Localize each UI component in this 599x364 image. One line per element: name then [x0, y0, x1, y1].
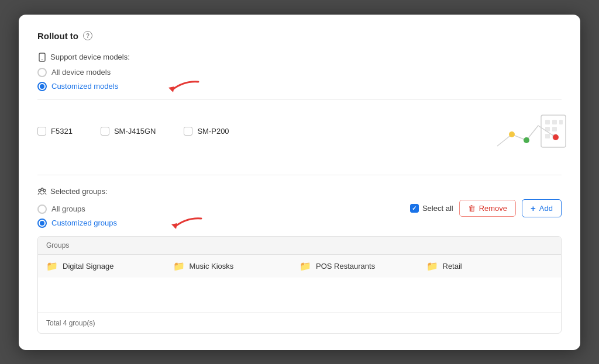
- groups-section-label: Selected groups:: [37, 187, 117, 196]
- group-item-music-kiosks[interactable]: 📁 Music Kiosks: [173, 261, 300, 272]
- svg-rect-6: [559, 120, 563, 124]
- group-item-digital-signage[interactable]: 📁 Digital Signage: [46, 261, 173, 272]
- customized-models-radio[interactable]: Customized models: [37, 82, 118, 91]
- remove-button[interactable]: 🗑 Remove: [459, 200, 516, 217]
- select-all-checkbox[interactable]: [410, 204, 419, 213]
- device-illustration: [491, 108, 562, 155]
- arrow-customized-groups: [163, 215, 204, 236]
- device-illustration-svg: [491, 108, 573, 161]
- f5321-checkbox[interactable]: F5321: [37, 127, 73, 136]
- help-icon[interactable]: ?: [83, 31, 92, 40]
- sm-p200-label: SM-P200: [197, 127, 229, 136]
- svg-rect-4: [545, 120, 550, 124]
- section-header: Rollout to ?: [37, 31, 562, 41]
- all-groups-radio-circle: [37, 204, 47, 214]
- sm-p200-checkbox[interactable]: SM-P200: [184, 127, 229, 136]
- device-icon: [37, 53, 47, 62]
- customized-groups-radio[interactable]: Customized groups: [37, 219, 117, 228]
- customized-groups-radio-circle: [37, 219, 47, 228]
- svg-point-13: [553, 134, 559, 140]
- sm-j415gn-checkbox[interactable]: SM-J415GN: [101, 127, 156, 136]
- svg-rect-9: [545, 134, 550, 138]
- groups-table-row: 📁 Digital Signage 📁 Music Kiosks 📁 POS R…: [38, 255, 561, 278]
- all-device-models-label: All device models: [51, 68, 111, 77]
- selected-groups-section: Selected groups: All groups Customized g…: [37, 187, 562, 334]
- svg-point-16: [41, 188, 43, 190]
- all-groups-radio[interactable]: All groups: [37, 204, 117, 214]
- folder-icon-pos-restaurants: 📁: [300, 261, 311, 272]
- groups-table-header: Groups: [38, 237, 561, 255]
- remove-icon: 🗑: [468, 204, 476, 213]
- group-item-pos-restaurants[interactable]: 📁 POS Restaurants: [300, 261, 426, 272]
- group-name-retail: Retail: [443, 262, 462, 271]
- svg-marker-2: [168, 86, 174, 92]
- groups-footer: Total 4 group(s): [38, 313, 561, 333]
- group-name-music-kiosks: Music Kiosks: [190, 262, 234, 271]
- sm-p200-checkbox-box: [184, 127, 192, 136]
- all-device-radio-circle: [37, 68, 47, 77]
- customized-groups-row: Customized groups: [37, 219, 117, 228]
- groups-table: Groups 📁 Digital Signage 📁 Music Kiosks …: [37, 236, 562, 334]
- customized-models-label: Customized models: [51, 82, 118, 91]
- f5321-label: F5321: [51, 127, 73, 136]
- section-divider: [37, 175, 562, 175]
- device-models-row: F5321 SM-J415GN SM-P200: [37, 99, 562, 163]
- arrow-customized-models: [160, 78, 201, 99]
- select-all-row: Select all: [410, 204, 453, 213]
- folder-icon-retail: 📁: [426, 261, 438, 272]
- groups-icon: [37, 187, 47, 196]
- customized-models-radio-circle: [37, 82, 47, 91]
- groups-radio-group: All groups Customized groups: [37, 204, 117, 228]
- add-button[interactable]: + Add: [522, 199, 562, 217]
- device-section-label: Support device models:: [37, 53, 562, 62]
- main-window: Rollout to ? Support device models: All …: [19, 15, 580, 350]
- customized-groups-label: Customized groups: [51, 219, 117, 227]
- svg-point-12: [524, 137, 529, 143]
- sm-j415gn-checkbox-box: [101, 127, 109, 136]
- page-title: Rollout to: [37, 31, 78, 41]
- groups-empty-space: [38, 278, 561, 313]
- svg-marker-17: [171, 223, 177, 229]
- add-icon: +: [531, 203, 536, 213]
- folder-icon-digital-signage: 📁: [46, 261, 58, 272]
- group-item-retail[interactable]: 📁 Retail: [426, 261, 553, 272]
- svg-rect-5: [552, 120, 557, 124]
- group-name-pos-restaurants: POS Restaurants: [316, 262, 375, 271]
- svg-point-14: [39, 189, 41, 192]
- groups-left-col: Selected groups: All groups Customized g…: [37, 187, 117, 230]
- all-device-models-radio[interactable]: All device models: [37, 68, 562, 77]
- svg-point-11: [509, 131, 515, 137]
- groups-actions: Select all 🗑 Remove + Add: [410, 199, 562, 217]
- groups-header-row: Selected groups: All groups Customized g…: [37, 187, 562, 230]
- select-all-label: Select all: [422, 204, 453, 213]
- f5321-checkbox-box: [37, 127, 46, 136]
- customized-models-row: Customized models: [37, 82, 562, 91]
- sm-j415gn-label: SM-J415GN: [114, 127, 156, 136]
- device-radio-group: All device models Customized models: [37, 68, 562, 91]
- svg-rect-8: [552, 127, 557, 131]
- support-device-section: Support device models: All device models…: [37, 53, 562, 163]
- all-groups-label: All groups: [51, 204, 85, 213]
- svg-point-15: [43, 189, 46, 192]
- folder-icon-music-kiosks: 📁: [173, 261, 185, 272]
- group-name-digital-signage: Digital Signage: [63, 262, 113, 271]
